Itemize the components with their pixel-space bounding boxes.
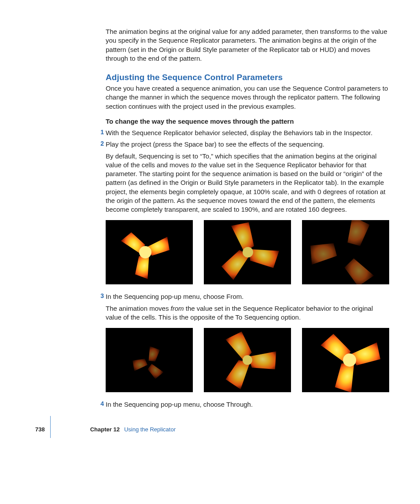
svg-point-3	[343, 353, 356, 367]
detail-text: The animation moves	[106, 305, 171, 312]
step-2: 2 Play the project (press the Space bar)…	[106, 140, 389, 214]
italic-word: from	[171, 305, 184, 312]
section-heading: Adjusting the Sequence Control Parameter…	[106, 73, 389, 82]
sequence-to-frame-2	[204, 220, 291, 284]
step-detail: The animation moves from the value set i…	[106, 304, 389, 322]
step-number: 1	[97, 129, 104, 136]
step-text: In the Sequencing pop-up menu, choose Th…	[106, 400, 389, 409]
svg-point-1	[243, 247, 253, 258]
step-text: With the Sequence Replicator behavior se…	[106, 129, 389, 137]
sequence-to-frame-3	[302, 220, 389, 284]
footer-divider	[50, 416, 51, 438]
detail-text: the value set in the Sequence Replicator…	[106, 161, 385, 213]
page-number: 738	[35, 426, 45, 433]
sequence-from-frame-3	[302, 328, 389, 392]
step-3: 3 In the Sequencing pop-up menu, choose …	[106, 292, 389, 322]
image-row-to	[106, 220, 389, 284]
svg-point-0	[139, 246, 151, 258]
chapter-label: Chapter 12	[90, 426, 120, 433]
step-number: 4	[97, 400, 104, 407]
step-number: 3	[97, 292, 104, 299]
section-intro-paragraph: Once you have created a sequence animati…	[106, 84, 389, 111]
step-detail: By default, Sequencing is set to “To,” w…	[106, 152, 389, 214]
image-row-from	[106, 328, 389, 392]
sequence-from-frame-2	[204, 328, 291, 392]
step-text: In the Sequencing pop-up menu, choose Fr…	[106, 292, 389, 301]
step-4: 4 In the Sequencing pop-up menu, choose …	[106, 400, 389, 409]
task-title: To change the way the sequence moves thr…	[106, 117, 389, 126]
step-text: Play the project (press the Space bar) t…	[106, 140, 389, 149]
page-footer: 738 Chapter 12 Using the Replicator	[35, 418, 394, 440]
italic-word: to	[191, 161, 196, 169]
chapter-name: Using the Replicator	[124, 426, 176, 433]
svg-point-2	[243, 355, 252, 365]
sequence-from-frame-1	[106, 328, 193, 392]
sequence-to-frame-1	[106, 220, 193, 284]
step-number: 2	[97, 140, 104, 147]
intro-paragraph: The animation begins at the original val…	[106, 27, 389, 63]
step-1: 1 With the Sequence Replicator behavior …	[106, 129, 389, 137]
